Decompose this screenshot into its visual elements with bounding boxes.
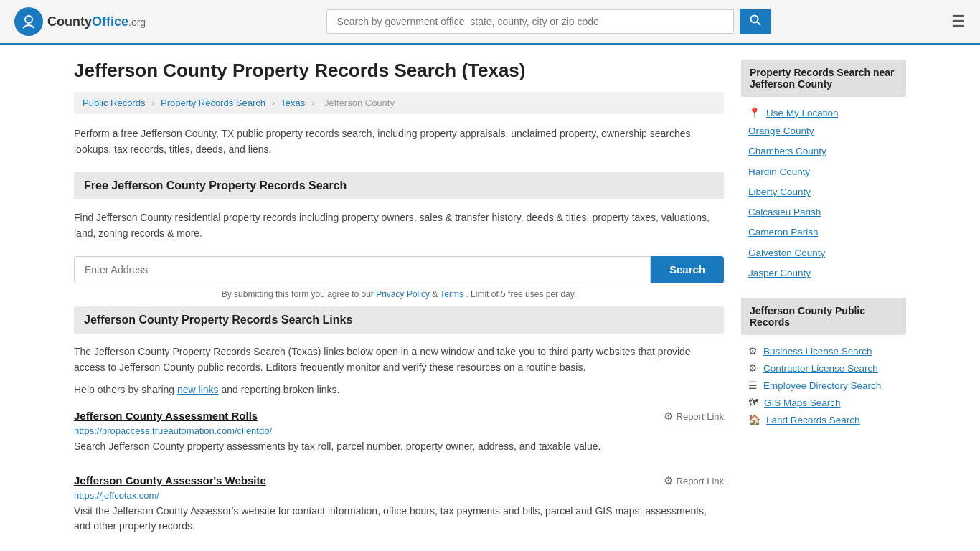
links-section-header: Jefferson County Property Records Search… (74, 306, 724, 334)
svg-line-3 (757, 22, 760, 26)
main-description: Perform a free Jefferson County, TX publ… (74, 126, 724, 158)
new-links-link[interactable]: new links (177, 384, 219, 395)
use-my-location-link[interactable]: Use My Location (766, 108, 839, 118)
record-url-1[interactable]: https://jeffcotax.com/ (74, 490, 724, 501)
sidebar-nearby-link-6[interactable]: Galveston County (741, 243, 906, 263)
employee-directory-search-link[interactable]: Employee Directory Search (763, 380, 881, 391)
sidebar-nearby-link-0[interactable]: Orange County (741, 121, 906, 141)
sidebar-nearby-link-3[interactable]: Liberty County (741, 182, 906, 202)
record-url-0[interactable]: https://propaccess.trueautomation.com/cl… (74, 425, 724, 436)
sidebar-public-records-item-3: 🗺 GIS Maps Search (741, 394, 906, 411)
record-desc-0: Search Jefferson County property assessm… (74, 439, 724, 454)
sidebar-nearby-link-1[interactable]: Chambers County (741, 141, 906, 161)
privacy-policy-link[interactable]: Privacy Policy (376, 289, 430, 299)
sidebar-public-records-item-1: ⚙ Contractor License Search (741, 359, 906, 377)
sidebar-public-records-header: Jefferson County Public Records (741, 298, 906, 335)
location-pin-icon: 📍 (748, 107, 760, 118)
contractor-license-icon: ⚙ (748, 362, 758, 374)
gis-maps-search-link[interactable]: GIS Maps Search (764, 397, 841, 408)
header-search-input[interactable] (326, 9, 734, 34)
svg-point-2 (750, 16, 758, 23)
address-search-form: Search By submitting this form you agree… (74, 256, 724, 299)
logo-area: CountyOffice.org (14, 7, 146, 36)
report-link-0[interactable]: ⚙ Report Link (664, 410, 724, 423)
contractor-license-search-link[interactable]: Contractor License Search (763, 363, 878, 374)
record-entry-1: Jefferson County Assessor's Website ⚙ Re… (74, 474, 724, 534)
address-search-button[interactable]: Search (651, 256, 724, 283)
sidebar-public-records-item-2: ☰ Employee Directory Search (741, 377, 906, 394)
sidebar-nearby-section: Property Records Search near Jefferson C… (741, 60, 906, 283)
content-area: Jefferson County Property Records Search… (74, 60, 724, 551)
record-desc-1: Visit the Jefferson County Assessor's we… (74, 504, 724, 534)
record-title-0[interactable]: Jefferson County Assessment Rolls (74, 410, 258, 422)
sidebar-nearby-link-4[interactable]: Calcasieu Parish (741, 202, 906, 222)
use-my-location-item: 📍 Use My Location (741, 104, 906, 121)
header-search-area (326, 9, 771, 34)
free-search-section-header: Free Jefferson County Property Records S… (74, 172, 724, 199)
help-text: Help others by sharing new links and rep… (74, 384, 724, 395)
breadcrumb: Public Records › Property Records Search… (74, 92, 724, 114)
form-terms: By submitting this form you agree to our… (74, 289, 724, 299)
terms-link[interactable]: Terms (440, 289, 463, 299)
sidebar-nearby-link-5[interactable]: Cameron Parish (741, 222, 906, 242)
records-list: Jefferson County Assessment Rolls ⚙ Repo… (74, 410, 724, 534)
sidebar-nearby-link-2[interactable]: Hardin County (741, 162, 906, 182)
report-icon-1: ⚙ (664, 474, 673, 487)
sidebar: Property Records Search near Jefferson C… (741, 60, 906, 551)
employee-directory-icon: ☰ (748, 380, 758, 391)
hamburger-menu-button[interactable]: ☰ (951, 12, 966, 31)
land-records-icon: 🏠 (748, 414, 760, 425)
record-entry-0: Jefferson County Assessment Rolls ⚙ Repo… (74, 410, 724, 454)
business-license-search-link[interactable]: Business License Search (763, 346, 872, 357)
logo-icon (14, 7, 43, 36)
links-description: The Jefferson County Property Records Se… (74, 344, 724, 376)
sidebar-public-records-section: Jefferson County Public Records ⚙ Busine… (741, 298, 906, 428)
address-search-input[interactable] (74, 256, 651, 283)
site-header: CountyOffice.org ☰ (0, 0, 980, 45)
free-search-description: Find Jefferson County residential proper… (74, 209, 724, 242)
report-icon-0: ⚙ (664, 410, 673, 423)
svg-point-0 (19, 12, 38, 31)
header-search-button[interactable] (740, 9, 771, 34)
logo-text: CountyOffice.org (47, 14, 146, 29)
breadcrumb-texas[interactable]: Texas (281, 98, 305, 108)
sidebar-public-records-item-0: ⚙ Business License Search (741, 342, 906, 359)
main-container: Jefferson County Property Records Search… (60, 45, 920, 551)
record-title-1[interactable]: Jefferson County Assessor's Website (74, 474, 266, 486)
sidebar-nearby-header: Property Records Search near Jefferson C… (741, 60, 906, 97)
gis-maps-icon: 🗺 (748, 397, 758, 408)
address-search-row: Search (74, 256, 724, 283)
breadcrumb-property-records-search[interactable]: Property Records Search (161, 98, 265, 108)
land-records-search-link[interactable]: Land Records Search (766, 415, 860, 425)
sidebar-nearby-link-7[interactable]: Jasper County (741, 263, 906, 283)
business-license-icon: ⚙ (748, 345, 758, 357)
page-title: Jefferson County Property Records Search… (74, 60, 724, 82)
report-link-1[interactable]: ⚙ Report Link (664, 474, 724, 487)
breadcrumb-jefferson-county: Jefferson County (324, 98, 395, 108)
sidebar-public-records-item-4: 🏠 Land Records Search (741, 411, 906, 428)
breadcrumb-public-records[interactable]: Public Records (83, 98, 145, 108)
